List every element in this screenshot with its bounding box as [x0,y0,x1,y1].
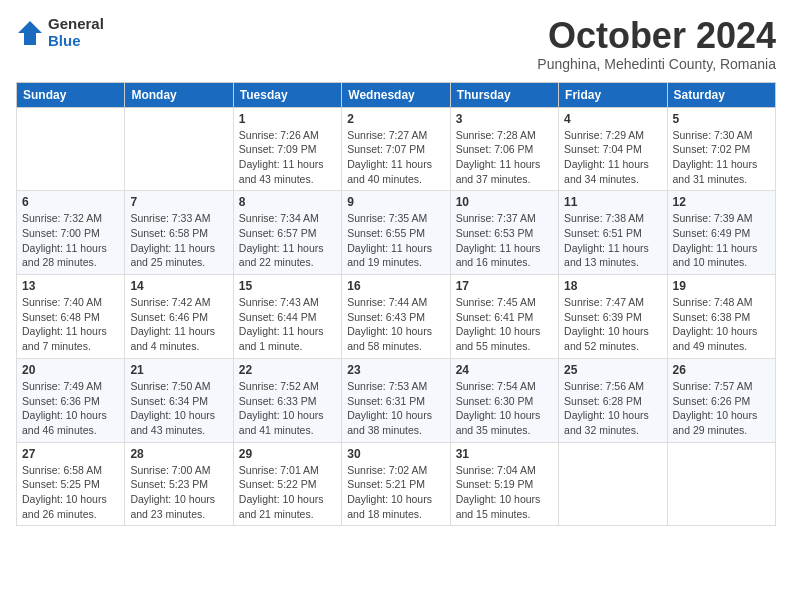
day-number: 16 [347,279,444,293]
weekday-header-saturday: Saturday [667,82,775,107]
day-number: 9 [347,195,444,209]
day-info: Sunrise: 7:00 AM Sunset: 5:23 PM Dayligh… [130,463,227,522]
day-number: 12 [673,195,770,209]
day-info: Sunrise: 7:28 AM Sunset: 7:06 PM Dayligh… [456,128,553,187]
day-number: 3 [456,112,553,126]
calendar-cell: 7Sunrise: 7:33 AM Sunset: 6:58 PM Daylig… [125,191,233,275]
day-number: 28 [130,447,227,461]
calendar-cell: 28Sunrise: 7:00 AM Sunset: 5:23 PM Dayli… [125,442,233,526]
calendar-cell: 29Sunrise: 7:01 AM Sunset: 5:22 PM Dayli… [233,442,341,526]
weekday-header-sunday: Sunday [17,82,125,107]
calendar-cell: 27Sunrise: 6:58 AM Sunset: 5:25 PM Dayli… [17,442,125,526]
weekday-header-thursday: Thursday [450,82,558,107]
weekday-header-monday: Monday [125,82,233,107]
day-number: 11 [564,195,661,209]
calendar-week-row: 20Sunrise: 7:49 AM Sunset: 6:36 PM Dayli… [17,358,776,442]
day-info: Sunrise: 7:45 AM Sunset: 6:41 PM Dayligh… [456,295,553,354]
day-info: Sunrise: 7:57 AM Sunset: 6:26 PM Dayligh… [673,379,770,438]
calendar-cell: 25Sunrise: 7:56 AM Sunset: 6:28 PM Dayli… [559,358,667,442]
calendar-cell [125,107,233,191]
day-info: Sunrise: 7:38 AM Sunset: 6:51 PM Dayligh… [564,211,661,270]
calendar-cell: 2Sunrise: 7:27 AM Sunset: 7:07 PM Daylig… [342,107,450,191]
day-number: 18 [564,279,661,293]
day-number: 22 [239,363,336,377]
calendar-cell: 19Sunrise: 7:48 AM Sunset: 6:38 PM Dayli… [667,275,775,359]
logo-blue: Blue [48,33,104,50]
location-subtitle: Punghina, Mehedinti County, Romania [537,56,776,72]
day-number: 7 [130,195,227,209]
day-number: 29 [239,447,336,461]
day-info: Sunrise: 7:27 AM Sunset: 7:07 PM Dayligh… [347,128,444,187]
calendar-cell: 21Sunrise: 7:50 AM Sunset: 6:34 PM Dayli… [125,358,233,442]
page-header: General Blue October 2024 Punghina, Mehe… [16,16,776,72]
day-info: Sunrise: 7:35 AM Sunset: 6:55 PM Dayligh… [347,211,444,270]
day-number: 4 [564,112,661,126]
day-number: 26 [673,363,770,377]
day-info: Sunrise: 7:30 AM Sunset: 7:02 PM Dayligh… [673,128,770,187]
day-number: 13 [22,279,119,293]
day-number: 30 [347,447,444,461]
day-number: 15 [239,279,336,293]
calendar-cell: 13Sunrise: 7:40 AM Sunset: 6:48 PM Dayli… [17,275,125,359]
calendar-cell [667,442,775,526]
day-number: 23 [347,363,444,377]
calendar-cell: 12Sunrise: 7:39 AM Sunset: 6:49 PM Dayli… [667,191,775,275]
calendar-cell: 5Sunrise: 7:30 AM Sunset: 7:02 PM Daylig… [667,107,775,191]
calendar-cell: 22Sunrise: 7:52 AM Sunset: 6:33 PM Dayli… [233,358,341,442]
day-number: 1 [239,112,336,126]
weekday-header-wednesday: Wednesday [342,82,450,107]
month-title: October 2024 [537,16,776,56]
title-section: October 2024 Punghina, Mehedinti County,… [537,16,776,72]
day-info: Sunrise: 7:37 AM Sunset: 6:53 PM Dayligh… [456,211,553,270]
calendar-cell: 10Sunrise: 7:37 AM Sunset: 6:53 PM Dayli… [450,191,558,275]
calendar-cell: 20Sunrise: 7:49 AM Sunset: 6:36 PM Dayli… [17,358,125,442]
day-info: Sunrise: 7:39 AM Sunset: 6:49 PM Dayligh… [673,211,770,270]
day-number: 24 [456,363,553,377]
logo-text: General Blue [48,16,104,49]
calendar-cell: 11Sunrise: 7:38 AM Sunset: 6:51 PM Dayli… [559,191,667,275]
day-number: 21 [130,363,227,377]
calendar-header-row: SundayMondayTuesdayWednesdayThursdayFrid… [17,82,776,107]
calendar-cell: 24Sunrise: 7:54 AM Sunset: 6:30 PM Dayli… [450,358,558,442]
day-info: Sunrise: 7:44 AM Sunset: 6:43 PM Dayligh… [347,295,444,354]
calendar-week-row: 27Sunrise: 6:58 AM Sunset: 5:25 PM Dayli… [17,442,776,526]
calendar-cell: 6Sunrise: 7:32 AM Sunset: 7:00 PM Daylig… [17,191,125,275]
day-info: Sunrise: 7:34 AM Sunset: 6:57 PM Dayligh… [239,211,336,270]
day-number: 14 [130,279,227,293]
calendar-cell: 17Sunrise: 7:45 AM Sunset: 6:41 PM Dayli… [450,275,558,359]
calendar-table: SundayMondayTuesdayWednesdayThursdayFrid… [16,82,776,527]
calendar-week-row: 6Sunrise: 7:32 AM Sunset: 7:00 PM Daylig… [17,191,776,275]
calendar-cell [17,107,125,191]
day-info: Sunrise: 7:40 AM Sunset: 6:48 PM Dayligh… [22,295,119,354]
day-info: Sunrise: 7:49 AM Sunset: 6:36 PM Dayligh… [22,379,119,438]
weekday-header-tuesday: Tuesday [233,82,341,107]
calendar-cell: 16Sunrise: 7:44 AM Sunset: 6:43 PM Dayli… [342,275,450,359]
day-number: 5 [673,112,770,126]
day-info: Sunrise: 7:42 AM Sunset: 6:46 PM Dayligh… [130,295,227,354]
calendar-week-row: 13Sunrise: 7:40 AM Sunset: 6:48 PM Dayli… [17,275,776,359]
calendar-cell: 1Sunrise: 7:26 AM Sunset: 7:09 PM Daylig… [233,107,341,191]
day-number: 25 [564,363,661,377]
day-number: 20 [22,363,119,377]
day-number: 27 [22,447,119,461]
day-info: Sunrise: 7:33 AM Sunset: 6:58 PM Dayligh… [130,211,227,270]
calendar-cell: 31Sunrise: 7:04 AM Sunset: 5:19 PM Dayli… [450,442,558,526]
day-info: Sunrise: 7:32 AM Sunset: 7:00 PM Dayligh… [22,211,119,270]
day-number: 31 [456,447,553,461]
day-info: Sunrise: 7:48 AM Sunset: 6:38 PM Dayligh… [673,295,770,354]
calendar-cell: 23Sunrise: 7:53 AM Sunset: 6:31 PM Dayli… [342,358,450,442]
logo-general: General [48,16,104,33]
day-info: Sunrise: 7:52 AM Sunset: 6:33 PM Dayligh… [239,379,336,438]
calendar-cell: 9Sunrise: 7:35 AM Sunset: 6:55 PM Daylig… [342,191,450,275]
day-number: 19 [673,279,770,293]
calendar-cell: 15Sunrise: 7:43 AM Sunset: 6:44 PM Dayli… [233,275,341,359]
logo-icon [16,19,44,47]
day-number: 6 [22,195,119,209]
day-number: 2 [347,112,444,126]
day-info: Sunrise: 7:01 AM Sunset: 5:22 PM Dayligh… [239,463,336,522]
logo: General Blue [16,16,104,49]
day-number: 8 [239,195,336,209]
day-info: Sunrise: 7:47 AM Sunset: 6:39 PM Dayligh… [564,295,661,354]
calendar-cell: 18Sunrise: 7:47 AM Sunset: 6:39 PM Dayli… [559,275,667,359]
day-info: Sunrise: 6:58 AM Sunset: 5:25 PM Dayligh… [22,463,119,522]
